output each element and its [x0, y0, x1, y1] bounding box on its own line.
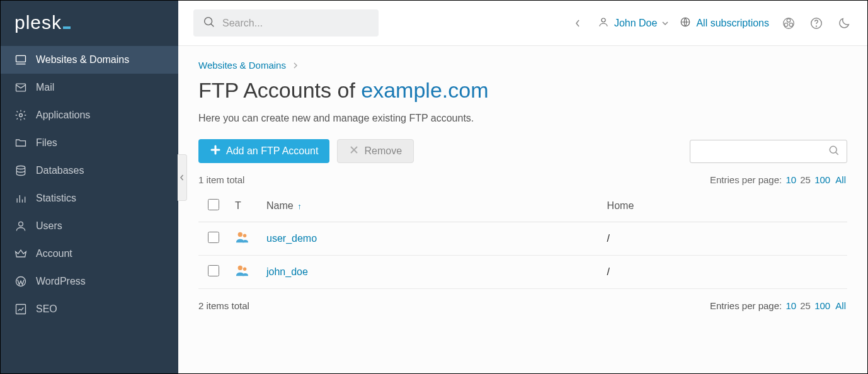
- sidebar-item-label: Files: [36, 137, 57, 149]
- user-icon: [14, 220, 27, 232]
- svg-rect-2: [16, 84, 26, 91]
- main: John Doe All subscriptions: [178, 1, 867, 373]
- sidebar-item-mail[interactable]: Mail: [1, 74, 178, 101]
- sort-asc-icon: ↑: [297, 201, 302, 211]
- sidebar-item-label: Databases: [36, 165, 84, 176]
- list-meta-top: 1 item total Entries per page: 10 25 100…: [198, 174, 847, 185]
- sidebar-item-websites-domains[interactable]: Websites & Domains: [1, 46, 178, 74]
- gear-icon: [14, 109, 27, 122]
- stack-icon: [14, 164, 27, 177]
- sidebar-item-statistics[interactable]: Statistics: [1, 184, 178, 212]
- epp-option[interactable]: 10: [785, 174, 796, 185]
- table-row: user_demo/: [198, 222, 847, 256]
- column-name[interactable]: Name ↑: [260, 190, 601, 222]
- row-checkbox[interactable]: [208, 265, 219, 276]
- sidebar-item-account[interactable]: Account: [1, 240, 178, 268]
- sidebar-item-wordpress[interactable]: WordPress: [1, 268, 178, 295]
- globe-icon: [680, 16, 691, 30]
- page-title-domain: example.com: [361, 78, 488, 102]
- sidebar-item-label: SEO: [36, 303, 57, 315]
- entries-per-page-bottom: Entries per page: 10 25 100 All: [710, 300, 847, 311]
- filter-box[interactable]: [690, 140, 847, 163]
- sidebar-nav: Websites & DomainsMailApplicationsFilesD…: [1, 42, 178, 323]
- svg-point-18: [784, 23, 788, 26]
- items-total-bottom: 2 items total: [198, 300, 249, 311]
- sidebar-item-files[interactable]: Files: [1, 129, 178, 157]
- svg-point-12: [205, 18, 212, 25]
- svg-line-23: [836, 152, 838, 154]
- epp-option[interactable]: All: [835, 300, 846, 311]
- row-checkbox[interactable]: [208, 232, 219, 243]
- bars-icon: [14, 192, 27, 205]
- chart-up-icon: [14, 303, 27, 315]
- brand-logo[interactable]: plesk: [1, 1, 178, 42]
- svg-point-22: [830, 146, 837, 153]
- epp-option[interactable]: 100: [814, 300, 830, 311]
- search-input[interactable]: [222, 18, 370, 29]
- remove-icon: [349, 145, 359, 157]
- svg-point-3: [20, 114, 23, 117]
- dark-mode-icon[interactable]: [836, 15, 852, 31]
- svg-rect-0: [16, 55, 26, 62]
- monitor-icon: [14, 54, 27, 66]
- chevron-down-icon: [662, 18, 668, 29]
- toolbar: Add an FTP Account Remove: [198, 139, 847, 163]
- svg-point-14: [602, 18, 605, 22]
- page-title: FTP Accounts of example.com: [198, 78, 847, 103]
- ftp-account-link[interactable]: user_demo: [266, 233, 317, 244]
- sidebar-item-applications[interactable]: Applications: [1, 101, 178, 129]
- search-box[interactable]: [193, 9, 379, 37]
- search-icon: [202, 15, 216, 31]
- sidebar: plesk Websites & DomainsMailApplications…: [1, 1, 178, 373]
- ftp-account-link[interactable]: john_doe: [266, 266, 308, 277]
- svg-point-24: [238, 232, 243, 237]
- epp-option[interactable]: All: [835, 174, 846, 185]
- svg-point-27: [243, 268, 246, 271]
- subscriptions-link[interactable]: All subscriptions: [680, 16, 769, 30]
- breadcrumb-root[interactable]: Websites & Domains: [198, 60, 286, 71]
- svg-point-19: [789, 23, 793, 26]
- back-button[interactable]: [569, 14, 586, 32]
- remove-button[interactable]: Remove: [337, 139, 414, 163]
- extensions-icon[interactable]: [780, 15, 797, 31]
- svg-point-25: [243, 234, 246, 237]
- sidebar-item-label: Statistics: [36, 193, 76, 204]
- sidebar-item-label: Applications: [36, 110, 90, 121]
- ftp-user-icon: [235, 231, 249, 244]
- column-home[interactable]: Home: [601, 190, 847, 222]
- epp-option[interactable]: 100: [814, 174, 830, 185]
- page-description: Here you can create new and manage exist…: [198, 113, 847, 124]
- epp-option: 25: [800, 300, 811, 311]
- sidebar-item-users[interactable]: Users: [1, 212, 178, 240]
- svg-line-13: [211, 24, 214, 26]
- sidebar-item-databases[interactable]: Databases: [1, 157, 178, 184]
- user-menu[interactable]: John Doe: [598, 16, 669, 30]
- epp-option: 25: [800, 174, 811, 185]
- sidebar-item-label: WordPress: [36, 276, 86, 287]
- topbar: John Doe All subscriptions: [178, 1, 867, 46]
- svg-point-4: [16, 166, 25, 169]
- svg-point-21: [816, 26, 817, 26]
- ftp-home: /: [601, 256, 847, 289]
- wp-icon: [14, 275, 27, 288]
- select-all-checkbox[interactable]: [208, 199, 219, 210]
- epp-option[interactable]: 10: [785, 300, 796, 311]
- user-name: John Doe: [614, 18, 658, 29]
- add-ftp-account-button[interactable]: Add an FTP Account: [198, 139, 329, 163]
- plus-icon: [210, 144, 221, 158]
- ftp-accounts-table: T Name ↑ Home user_demo/john_doe/: [198, 190, 847, 289]
- items-total-top: 1 item total: [198, 174, 244, 185]
- sidebar-item-seo[interactable]: SEO: [1, 295, 178, 323]
- chevron-right-icon: [292, 60, 299, 71]
- column-type[interactable]: T: [229, 190, 260, 222]
- mail-icon: [14, 81, 27, 94]
- folder-icon: [14, 137, 27, 149]
- svg-rect-11: [16, 305, 26, 314]
- help-icon[interactable]: [808, 15, 825, 31]
- entries-per-page-top: Entries per page: 10 25 100 All: [710, 174, 847, 185]
- ftp-home: /: [601, 222, 847, 256]
- list-meta-bottom: 2 items total Entries per page: 10 25 10…: [198, 300, 847, 311]
- search-icon: [828, 144, 840, 159]
- ftp-user-icon: [235, 264, 249, 277]
- sidebar-item-label: Account: [36, 248, 72, 259]
